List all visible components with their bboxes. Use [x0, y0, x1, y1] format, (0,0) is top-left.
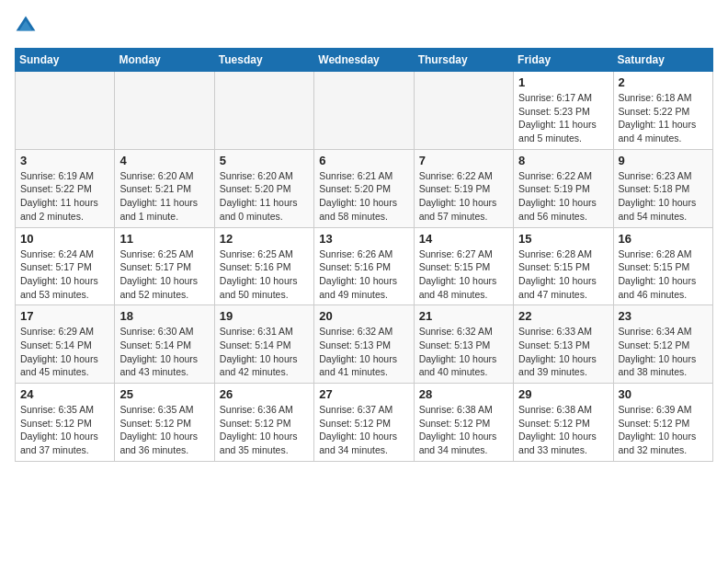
- calendar-body: 1Sunrise: 6:17 AM Sunset: 5:23 PM Daylig…: [16, 72, 713, 462]
- day-number: 19: [220, 309, 309, 323]
- calendar-cell: 26Sunrise: 6:36 AM Sunset: 5:12 PM Dayli…: [214, 384, 313, 462]
- day-info: Sunrise: 6:18 AM Sunset: 5:22 PM Dayligh…: [619, 91, 708, 145]
- calendar-week-2: 3Sunrise: 6:19 AM Sunset: 5:22 PM Daylig…: [16, 149, 713, 227]
- day-number: 27: [319, 387, 408, 401]
- day-number: 23: [619, 309, 708, 323]
- calendar-week-3: 10Sunrise: 6:24 AM Sunset: 5:17 PM Dayli…: [16, 227, 713, 305]
- day-number: 3: [20, 154, 109, 167]
- calendar-cell: 10Sunrise: 6:24 AM Sunset: 5:17 PM Dayli…: [16, 227, 115, 305]
- weekday-wednesday: Wednesday: [314, 49, 414, 72]
- calendar-cell: 15Sunrise: 6:28 AM Sunset: 5:15 PM Dayli…: [514, 227, 613, 305]
- day-number: 26: [220, 387, 309, 401]
- calendar-cell: 18Sunrise: 6:30 AM Sunset: 5:14 PM Dayli…: [115, 305, 214, 384]
- day-info: Sunrise: 6:19 AM Sunset: 5:22 PM Dayligh…: [20, 169, 109, 224]
- day-info: Sunrise: 6:35 AM Sunset: 5:12 PM Dayligh…: [119, 403, 209, 457]
- calendar-cell: 24Sunrise: 6:35 AM Sunset: 5:12 PM Dayli…: [16, 384, 115, 462]
- day-info: Sunrise: 6:35 AM Sunset: 5:12 PM Dayligh…: [20, 403, 109, 457]
- calendar-table: SundayMondayTuesdayWednesdayThursdayFrid…: [15, 48, 713, 462]
- weekday-friday: Friday: [514, 49, 613, 72]
- calendar-cell: 3Sunrise: 6:19 AM Sunset: 5:22 PM Daylig…: [16, 149, 115, 227]
- day-info: Sunrise: 6:32 AM Sunset: 5:13 PM Dayligh…: [319, 325, 408, 379]
- day-info: Sunrise: 6:39 AM Sunset: 5:12 PM Dayligh…: [619, 403, 708, 457]
- day-number: 10: [20, 232, 109, 246]
- day-info: Sunrise: 6:38 AM Sunset: 5:12 PM Dayligh…: [518, 403, 608, 457]
- day-number: 15: [518, 232, 608, 246]
- weekday-saturday: Saturday: [613, 49, 712, 72]
- day-info: Sunrise: 6:27 AM Sunset: 5:15 PM Dayligh…: [419, 247, 508, 302]
- calendar-cell: 29Sunrise: 6:38 AM Sunset: 5:12 PM Dayli…: [514, 384, 613, 462]
- day-number: 18: [119, 309, 209, 323]
- day-number: 28: [419, 387, 508, 401]
- calendar-cell: [414, 72, 513, 150]
- calendar-cell: 16Sunrise: 6:28 AM Sunset: 5:15 PM Dayli…: [613, 227, 712, 305]
- weekday-monday: Monday: [115, 49, 214, 72]
- day-info: Sunrise: 6:22 AM Sunset: 5:19 PM Dayligh…: [518, 169, 608, 224]
- day-number: 22: [518, 309, 608, 323]
- calendar-cell: 5Sunrise: 6:20 AM Sunset: 5:20 PM Daylig…: [214, 149, 313, 227]
- weekday-header-row: SundayMondayTuesdayWednesdayThursdayFrid…: [16, 49, 713, 72]
- day-info: Sunrise: 6:24 AM Sunset: 5:17 PM Dayligh…: [20, 247, 109, 302]
- calendar-cell: 19Sunrise: 6:31 AM Sunset: 5:14 PM Dayli…: [214, 305, 313, 384]
- calendar-week-1: 1Sunrise: 6:17 AM Sunset: 5:23 PM Daylig…: [16, 72, 713, 150]
- calendar-week-4: 17Sunrise: 6:29 AM Sunset: 5:14 PM Dayli…: [16, 305, 713, 384]
- day-info: Sunrise: 6:21 AM Sunset: 5:20 PM Dayligh…: [319, 169, 408, 224]
- day-info: Sunrise: 6:31 AM Sunset: 5:14 PM Dayligh…: [220, 325, 309, 379]
- calendar-cell: 4Sunrise: 6:20 AM Sunset: 5:21 PM Daylig…: [115, 149, 214, 227]
- day-info: Sunrise: 6:29 AM Sunset: 5:14 PM Dayligh…: [20, 325, 109, 379]
- day-number: 1: [518, 75, 608, 89]
- day-info: Sunrise: 6:38 AM Sunset: 5:12 PM Dayligh…: [419, 403, 508, 457]
- calendar-cell: 11Sunrise: 6:25 AM Sunset: 5:17 PM Dayli…: [115, 227, 214, 305]
- logo: [15, 15, 40, 37]
- day-info: Sunrise: 6:34 AM Sunset: 5:12 PM Dayligh…: [619, 325, 708, 379]
- calendar-cell: [16, 72, 115, 150]
- day-number: 4: [119, 154, 209, 167]
- page-header: [15, 15, 713, 37]
- calendar-cell: 21Sunrise: 6:32 AM Sunset: 5:13 PM Dayli…: [414, 305, 513, 384]
- day-number: 16: [619, 232, 708, 246]
- calendar-cell: [115, 72, 214, 150]
- day-number: 2: [619, 75, 708, 89]
- day-number: 24: [20, 387, 109, 401]
- calendar-cell: 6Sunrise: 6:21 AM Sunset: 5:20 PM Daylig…: [314, 149, 414, 227]
- day-info: Sunrise: 6:28 AM Sunset: 5:15 PM Dayligh…: [619, 247, 708, 302]
- calendar-cell: [214, 72, 313, 150]
- day-info: Sunrise: 6:25 AM Sunset: 5:17 PM Dayligh…: [119, 247, 209, 302]
- day-number: 9: [619, 154, 708, 167]
- day-info: Sunrise: 6:36 AM Sunset: 5:12 PM Dayligh…: [220, 403, 309, 457]
- calendar-cell: 23Sunrise: 6:34 AM Sunset: 5:12 PM Dayli…: [613, 305, 712, 384]
- day-info: Sunrise: 6:25 AM Sunset: 5:16 PM Dayligh…: [220, 247, 309, 302]
- calendar-cell: 7Sunrise: 6:22 AM Sunset: 5:19 PM Daylig…: [414, 149, 513, 227]
- day-number: 5: [220, 154, 309, 167]
- calendar-cell: 22Sunrise: 6:33 AM Sunset: 5:13 PM Dayli…: [514, 305, 613, 384]
- day-info: Sunrise: 6:37 AM Sunset: 5:12 PM Dayligh…: [319, 403, 408, 457]
- calendar-cell: 28Sunrise: 6:38 AM Sunset: 5:12 PM Dayli…: [414, 384, 513, 462]
- day-number: 20: [319, 309, 408, 323]
- calendar-cell: 13Sunrise: 6:26 AM Sunset: 5:16 PM Dayli…: [314, 227, 414, 305]
- logo-icon: [15, 15, 37, 37]
- day-info: Sunrise: 6:22 AM Sunset: 5:19 PM Dayligh…: [419, 169, 508, 224]
- day-number: 21: [419, 309, 508, 323]
- day-number: 12: [220, 232, 309, 246]
- day-number: 14: [419, 232, 508, 246]
- calendar-cell: [314, 72, 414, 150]
- day-number: 30: [619, 387, 708, 401]
- calendar-cell: 20Sunrise: 6:32 AM Sunset: 5:13 PM Dayli…: [314, 305, 414, 384]
- weekday-thursday: Thursday: [414, 49, 513, 72]
- weekday-tuesday: Tuesday: [214, 49, 313, 72]
- weekday-sunday: Sunday: [16, 49, 115, 72]
- calendar-cell: 30Sunrise: 6:39 AM Sunset: 5:12 PM Dayli…: [613, 384, 712, 462]
- calendar-cell: 1Sunrise: 6:17 AM Sunset: 5:23 PM Daylig…: [514, 72, 613, 150]
- calendar-cell: 2Sunrise: 6:18 AM Sunset: 5:22 PM Daylig…: [613, 72, 712, 150]
- day-number: 25: [119, 387, 209, 401]
- calendar-cell: 8Sunrise: 6:22 AM Sunset: 5:19 PM Daylig…: [514, 149, 613, 227]
- calendar-week-5: 24Sunrise: 6:35 AM Sunset: 5:12 PM Dayli…: [16, 384, 713, 462]
- day-info: Sunrise: 6:32 AM Sunset: 5:13 PM Dayligh…: [419, 325, 508, 379]
- calendar-cell: 9Sunrise: 6:23 AM Sunset: 5:18 PM Daylig…: [613, 149, 712, 227]
- day-number: 7: [419, 154, 508, 167]
- day-number: 11: [119, 232, 209, 246]
- calendar-cell: 12Sunrise: 6:25 AM Sunset: 5:16 PM Dayli…: [214, 227, 313, 305]
- day-number: 17: [20, 309, 109, 323]
- day-number: 13: [319, 232, 408, 246]
- calendar-cell: 27Sunrise: 6:37 AM Sunset: 5:12 PM Dayli…: [314, 384, 414, 462]
- day-info: Sunrise: 6:20 AM Sunset: 5:20 PM Dayligh…: [220, 169, 309, 224]
